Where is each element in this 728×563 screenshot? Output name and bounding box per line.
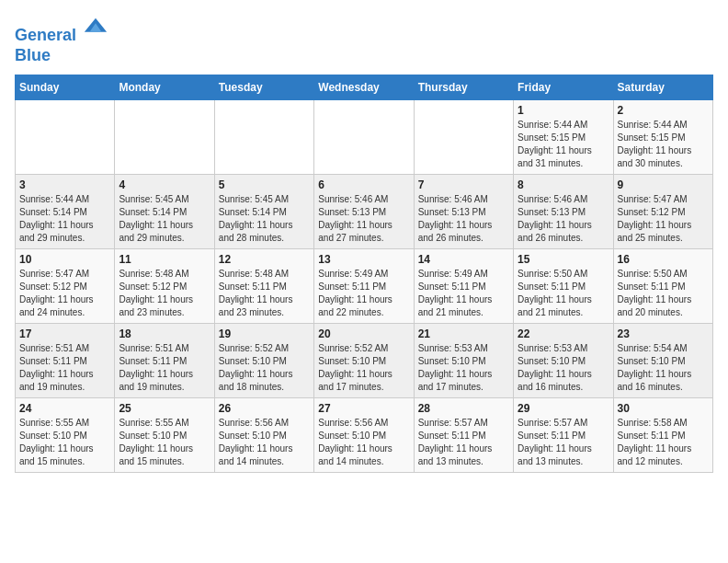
calendar-cell: 8Sunrise: 5:46 AMSunset: 5:13 PMDaylight…	[514, 175, 613, 249]
day-info: Sunrise: 5:53 AMSunset: 5:10 PMDaylight:…	[518, 342, 609, 394]
day-info: Sunrise: 5:49 AMSunset: 5:11 PMDaylight:…	[318, 268, 409, 319]
day-info: Sunrise: 5:46 AMSunset: 5:13 PMDaylight:…	[318, 193, 409, 245]
day-number: 2	[618, 104, 709, 117]
day-number: 14	[418, 253, 509, 266]
calendar-cell: 2Sunrise: 5:44 AMSunset: 5:15 PMDaylight…	[613, 100, 712, 175]
day-number: 3	[19, 178, 110, 191]
day-info: Sunrise: 5:48 AMSunset: 5:12 PMDaylight:…	[119, 268, 210, 319]
day-info: Sunrise: 5:46 AMSunset: 5:13 PMDaylight:…	[418, 193, 509, 245]
logo: General Blue	[15, 15, 108, 65]
calendar-cell: 27Sunrise: 5:56 AMSunset: 5:10 PMDayligh…	[314, 398, 414, 473]
day-info: Sunrise: 5:57 AMSunset: 5:11 PMDaylight:…	[418, 417, 509, 468]
logo-icon	[83, 15, 108, 40]
day-number: 18	[119, 327, 210, 340]
calendar-cell: 22Sunrise: 5:53 AMSunset: 5:10 PMDayligh…	[514, 324, 613, 398]
day-info: Sunrise: 5:46 AMSunset: 5:13 PMDaylight:…	[518, 193, 609, 245]
calendar-week-2: 3Sunrise: 5:44 AMSunset: 5:14 PMDaylight…	[16, 175, 713, 249]
calendar-cell: 18Sunrise: 5:51 AMSunset: 5:11 PMDayligh…	[115, 324, 214, 398]
day-number: 21	[418, 327, 509, 340]
day-number: 28	[418, 402, 509, 415]
calendar-cell: 19Sunrise: 5:52 AMSunset: 5:10 PMDayligh…	[214, 324, 313, 398]
calendar-cell: 13Sunrise: 5:49 AMSunset: 5:11 PMDayligh…	[314, 249, 414, 324]
calendar-cell: 14Sunrise: 5:49 AMSunset: 5:11 PMDayligh…	[414, 249, 513, 324]
day-number: 5	[219, 178, 310, 191]
day-number: 8	[518, 178, 609, 191]
calendar-cell	[314, 100, 414, 175]
weekday-header-sunday: Sunday	[16, 75, 115, 100]
day-info: Sunrise: 5:44 AMSunset: 5:15 PMDaylight:…	[618, 119, 709, 170]
day-info: Sunrise: 5:51 AMSunset: 5:11 PMDaylight:…	[19, 342, 110, 394]
day-number: 22	[518, 327, 609, 340]
day-number: 4	[119, 178, 210, 191]
weekday-header-monday: Monday	[115, 75, 214, 100]
weekday-header-thursday: Thursday	[414, 75, 513, 100]
day-info: Sunrise: 5:52 AMSunset: 5:10 PMDaylight:…	[318, 342, 409, 394]
day-number: 16	[618, 253, 709, 266]
calendar-cell: 21Sunrise: 5:53 AMSunset: 5:10 PMDayligh…	[414, 324, 513, 398]
day-info: Sunrise: 5:56 AMSunset: 5:10 PMDaylight:…	[219, 417, 310, 468]
calendar-cell: 7Sunrise: 5:46 AMSunset: 5:13 PMDaylight…	[414, 175, 513, 249]
calendar-cell: 24Sunrise: 5:55 AMSunset: 5:10 PMDayligh…	[16, 398, 115, 473]
calendar-cell: 29Sunrise: 5:57 AMSunset: 5:11 PMDayligh…	[514, 398, 613, 473]
day-info: Sunrise: 5:50 AMSunset: 5:11 PMDaylight:…	[518, 268, 609, 319]
logo-blue: Blue	[15, 46, 51, 64]
day-number: 27	[318, 402, 409, 415]
day-number: 13	[318, 253, 409, 266]
day-info: Sunrise: 5:51 AMSunset: 5:11 PMDaylight:…	[119, 342, 210, 394]
day-info: Sunrise: 5:45 AMSunset: 5:14 PMDaylight:…	[119, 193, 210, 245]
day-info: Sunrise: 5:50 AMSunset: 5:11 PMDaylight:…	[618, 268, 709, 319]
calendar-week-5: 24Sunrise: 5:55 AMSunset: 5:10 PMDayligh…	[16, 398, 713, 473]
day-number: 6	[318, 178, 409, 191]
day-number: 17	[19, 327, 110, 340]
day-info: Sunrise: 5:58 AMSunset: 5:11 PMDaylight:…	[618, 417, 709, 468]
calendar-cell: 12Sunrise: 5:48 AMSunset: 5:11 PMDayligh…	[214, 249, 313, 324]
calendar-header-row: SundayMondayTuesdayWednesdayThursdayFrid…	[16, 75, 713, 100]
day-number: 9	[618, 178, 709, 191]
day-info: Sunrise: 5:44 AMSunset: 5:14 PMDaylight:…	[19, 193, 110, 245]
day-number: 10	[19, 253, 110, 266]
calendar-cell: 17Sunrise: 5:51 AMSunset: 5:11 PMDayligh…	[16, 324, 115, 398]
day-number: 25	[119, 402, 210, 415]
weekday-header-tuesday: Tuesday	[214, 75, 313, 100]
day-info: Sunrise: 5:48 AMSunset: 5:11 PMDaylight:…	[219, 268, 310, 319]
calendar-cell	[115, 100, 214, 175]
calendar-cell	[414, 100, 513, 175]
day-number: 30	[618, 402, 709, 415]
calendar-cell: 26Sunrise: 5:56 AMSunset: 5:10 PMDayligh…	[214, 398, 313, 473]
day-number: 20	[318, 327, 409, 340]
day-number: 19	[219, 327, 310, 340]
calendar-cell: 4Sunrise: 5:45 AMSunset: 5:14 PMDaylight…	[115, 175, 214, 249]
day-info: Sunrise: 5:54 AMSunset: 5:10 PMDaylight:…	[618, 342, 709, 394]
day-info: Sunrise: 5:47 AMSunset: 5:12 PMDaylight:…	[19, 268, 110, 319]
weekday-header-wednesday: Wednesday	[314, 75, 414, 100]
calendar-cell: 11Sunrise: 5:48 AMSunset: 5:12 PMDayligh…	[115, 249, 214, 324]
day-number: 11	[119, 253, 210, 266]
day-number: 12	[219, 253, 310, 266]
calendar-cell: 15Sunrise: 5:50 AMSunset: 5:11 PMDayligh…	[514, 249, 613, 324]
calendar-cell: 5Sunrise: 5:45 AMSunset: 5:14 PMDaylight…	[214, 175, 313, 249]
calendar-week-3: 10Sunrise: 5:47 AMSunset: 5:12 PMDayligh…	[16, 249, 713, 324]
calendar-week-4: 17Sunrise: 5:51 AMSunset: 5:11 PMDayligh…	[16, 324, 713, 398]
day-number: 7	[418, 178, 509, 191]
calendar-cell: 3Sunrise: 5:44 AMSunset: 5:14 PMDaylight…	[16, 175, 115, 249]
logo-general: General	[15, 26, 76, 44]
weekday-header-saturday: Saturday	[613, 75, 712, 100]
day-info: Sunrise: 5:45 AMSunset: 5:14 PMDaylight:…	[219, 193, 310, 245]
day-info: Sunrise: 5:56 AMSunset: 5:10 PMDaylight:…	[318, 417, 409, 468]
calendar-cell: 28Sunrise: 5:57 AMSunset: 5:11 PMDayligh…	[414, 398, 513, 473]
day-info: Sunrise: 5:52 AMSunset: 5:10 PMDaylight:…	[219, 342, 310, 394]
calendar-cell	[214, 100, 313, 175]
day-info: Sunrise: 5:57 AMSunset: 5:11 PMDaylight:…	[518, 417, 609, 468]
calendar-cell: 30Sunrise: 5:58 AMSunset: 5:11 PMDayligh…	[613, 398, 712, 473]
calendar-week-1: 1Sunrise: 5:44 AMSunset: 5:15 PMDaylight…	[16, 100, 713, 175]
calendar-cell: 25Sunrise: 5:55 AMSunset: 5:10 PMDayligh…	[115, 398, 214, 473]
day-info: Sunrise: 5:44 AMSunset: 5:15 PMDaylight:…	[518, 119, 609, 170]
day-number: 23	[618, 327, 709, 340]
calendar-cell: 20Sunrise: 5:52 AMSunset: 5:10 PMDayligh…	[314, 324, 414, 398]
day-number: 24	[19, 402, 110, 415]
calendar-cell: 9Sunrise: 5:47 AMSunset: 5:12 PMDaylight…	[613, 175, 712, 249]
day-info: Sunrise: 5:55 AMSunset: 5:10 PMDaylight:…	[119, 417, 210, 468]
calendar-cell: 1Sunrise: 5:44 AMSunset: 5:15 PMDaylight…	[514, 100, 613, 175]
day-number: 1	[518, 104, 609, 117]
calendar-cell: 6Sunrise: 5:46 AMSunset: 5:13 PMDaylight…	[314, 175, 414, 249]
